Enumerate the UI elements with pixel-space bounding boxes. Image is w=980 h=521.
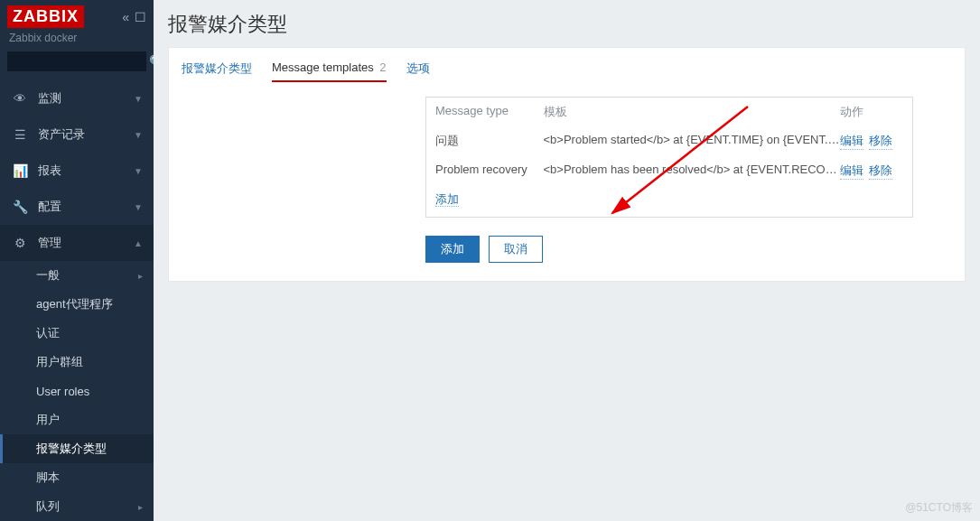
nav-administration[interactable]: ⚙ 管理 ▲ — [0, 225, 154, 261]
server-name: Zabbix docker — [0, 28, 154, 51]
remove-link[interactable]: 移除 — [869, 133, 892, 150]
chevron-up-icon: ▲ — [134, 238, 143, 248]
tab-label: Message templates — [272, 60, 374, 74]
nav-inventory[interactable]: ☰ 资产记录 ▼ — [0, 116, 154, 153]
subnav-label: 认证 — [36, 325, 60, 341]
watermark: @51CTO博客 — [905, 500, 973, 516]
subnav-auth[interactable]: 认证 — [0, 319, 154, 348]
tab-label: 报警媒介类型 — [182, 61, 252, 75]
subnav-queue[interactable]: 队列 ▸ — [0, 492, 154, 521]
cell-type: 问题 — [435, 133, 544, 150]
add-button[interactable]: 添加 — [425, 236, 480, 263]
buttons: 添加 取消 — [425, 236, 952, 263]
subnav-usergroups[interactable]: 用户群组 — [0, 348, 154, 377]
gear-icon: ⚙ — [11, 236, 29, 250]
tab-mediatype[interactable]: 报警媒介类型 — [182, 57, 252, 82]
nav-label: 监测 — [38, 90, 134, 107]
page-title: 报警媒介类型 — [168, 11, 966, 38]
tab-count: 2 — [379, 60, 386, 74]
search-box[interactable]: 🔍 — [7, 51, 146, 71]
form-area: Message type 模板 动作 问题 <b>Problem started… — [425, 97, 952, 263]
nav-reports[interactable]: 📊 报表 ▼ — [0, 153, 154, 189]
add-row: 添加 — [426, 186, 912, 217]
collapse-icon[interactable]: « — [122, 10, 129, 24]
col-type: Message type — [435, 104, 544, 120]
subnav-proxy[interactable]: agent代理程序 — [0, 290, 154, 319]
col-template: 模板 — [544, 104, 841, 120]
subnav-mediatypes[interactable]: 报警媒介类型 — [0, 434, 154, 463]
chevron-down-icon: ▼ — [134, 94, 143, 104]
logo[interactable]: ZABBIX — [7, 5, 84, 28]
subnav-label: agent代理程序 — [36, 296, 113, 312]
subnav-label: 报警媒介类型 — [36, 441, 107, 457]
main-nav: 👁 监测 ▼ ☰ 资产记录 ▼ 📊 报表 ▼ 🔧 配置 ▼ ⚙ 管理 ▲ — [0, 80, 154, 261]
main-content: 报警媒介类型 报警媒介类型 Message templates 2 选项 Mes… — [154, 0, 980, 521]
sidebar-header: ZABBIX « ☐ — [0, 0, 154, 28]
edit-link[interactable]: 编辑 — [840, 163, 863, 180]
edit-link[interactable]: 编辑 — [840, 133, 863, 150]
chevron-right-icon: ▸ — [138, 271, 143, 281]
subnav-label: 一般 — [36, 267, 60, 284]
nav-monitoring[interactable]: 👁 监测 ▼ — [0, 80, 154, 116]
add-template-link[interactable]: 添加 — [435, 192, 459, 207]
nav-configuration[interactable]: 🔧 配置 ▼ — [0, 189, 154, 225]
nav-label: 报表 — [38, 163, 134, 179]
tab-options[interactable]: 选项 — [406, 57, 430, 82]
chart-icon: 📊 — [11, 163, 29, 178]
remove-link[interactable]: 移除 — [869, 163, 892, 180]
templates-table: Message type 模板 动作 问题 <b>Problem started… — [425, 97, 913, 218]
search-input[interactable] — [14, 55, 149, 68]
nav-label: 管理 — [38, 235, 134, 251]
col-action: 动作 — [840, 104, 903, 120]
cancel-button[interactable]: 取消 — [489, 236, 543, 263]
subnav-scripts[interactable]: 脚本 — [0, 463, 154, 492]
subnav-label: 队列 — [36, 498, 60, 515]
nav-label: 配置 — [38, 199, 134, 215]
eye-icon: 👁 — [11, 91, 29, 106]
subnav-label: User roles — [36, 385, 89, 398]
chevron-down-icon: ▼ — [134, 166, 143, 176]
subnav-general[interactable]: 一般 ▸ — [0, 261, 154, 290]
chevron-right-icon: ▸ — [138, 502, 143, 512]
nav-label: 资产记录 — [38, 126, 134, 143]
sidebar: ZABBIX « ☐ Zabbix docker 🔍 👁 监测 ▼ ☰ 资产记录… — [0, 0, 154, 521]
tab-message-templates[interactable]: Message templates 2 — [272, 57, 387, 82]
admin-subnav: 一般 ▸ agent代理程序 认证 用户群组 User roles 用户 报警媒… — [0, 261, 154, 521]
subnav-label: 用户群组 — [36, 354, 83, 370]
fullscreen-icon[interactable]: ☐ — [135, 10, 146, 24]
wrench-icon: 🔧 — [11, 200, 29, 214]
tabs: 报警媒介类型 Message templates 2 选项 — [182, 57, 952, 82]
subnav-userroles[interactable]: User roles — [0, 377, 154, 405]
tab-label: 选项 — [406, 61, 430, 75]
table-row: 问题 <b>Problem started</b> at {EVENT.TIME… — [426, 126, 912, 156]
chevron-down-icon: ▼ — [134, 130, 143, 140]
table-row: Problem recovery <b>Problem has been res… — [426, 156, 912, 186]
subnav-label: 用户 — [36, 412, 60, 428]
list-icon: ☰ — [11, 127, 29, 142]
table-header: Message type 模板 动作 — [426, 98, 912, 126]
chevron-down-icon: ▼ — [134, 202, 143, 212]
subnav-users[interactable]: 用户 — [0, 405, 154, 434]
subnav-label: 脚本 — [36, 470, 60, 486]
cell-type: Problem recovery — [435, 163, 544, 180]
cell-template: <b>Problem has been resolved</b> at {EVE… — [544, 163, 841, 180]
cell-template: <b>Problem started</b> at {EVENT.TIME} o… — [544, 133, 841, 150]
panel: 报警媒介类型 Message templates 2 选项 Message ty… — [168, 47, 966, 282]
